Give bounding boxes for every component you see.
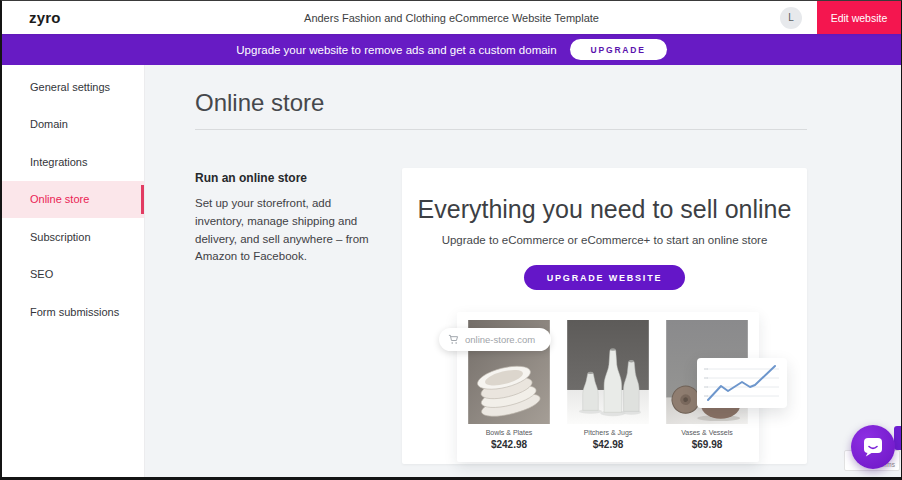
shopping-cart-icon (448, 334, 459, 345)
section-description: Set up your storefront, add inventory, m… (195, 195, 376, 266)
chat-button[interactable] (851, 425, 895, 469)
promo-subheading: Upgrade to eCommerce or eCommerce+ to st… (402, 234, 807, 246)
zyro-logo[interactable]: zyro (29, 9, 61, 26)
sales-chart-card (697, 358, 787, 408)
sidebar-item-label: Integrations (30, 156, 87, 168)
upgrade-promo-card: Everything you need to sell online Upgra… (402, 168, 807, 464)
pitchers-product-image (565, 320, 651, 424)
product-price: $242.98 (466, 439, 552, 450)
app-window: zyro Anders Fashion and Clothing eCommer… (0, 0, 902, 480)
section-intro: Run an online store Set up your storefro… (195, 168, 376, 464)
chat-bubble-icon (860, 434, 886, 460)
store-url-text: online-store.com (465, 334, 535, 345)
sidebar-item-label: Domain (30, 118, 68, 130)
sidebar-item-online-store[interactable]: Online store (2, 181, 144, 219)
title-divider (195, 129, 807, 130)
sidebar-item-label: Subscription (30, 231, 91, 243)
sidebar-item-domain[interactable]: Domain (2, 106, 144, 144)
sidebar-item-label: Online store (30, 193, 89, 205)
user-avatar[interactable]: L (780, 7, 802, 29)
store-url-pill: online-store.com (439, 328, 551, 351)
upgrade-banner: Upgrade your website to remove ads and g… (2, 34, 901, 65)
sidebar-item-integrations[interactable]: Integrations (2, 143, 144, 181)
top-bar-right: L Edit website (780, 1, 901, 34)
page-title: Online store (195, 89, 901, 117)
sparkline-chart (697, 358, 787, 408)
widget-side-tab[interactable] (894, 426, 901, 450)
product-price: $42.98 (565, 439, 651, 450)
product-price: $69.98 (664, 439, 750, 450)
product-name: Pitchers & Jugs (565, 429, 651, 436)
online-store-section: Run an online store Set up your storefro… (195, 168, 901, 464)
sidebar-item-general-settings[interactable]: General settings (2, 68, 144, 106)
sidebar-item-label: Form submissions (30, 306, 119, 318)
product-name: Vases & Vessels (664, 429, 750, 436)
promo-heading: Everything you need to sell online (402, 195, 807, 224)
upgrade-website-button[interactable]: UPGRADE WEBSITE (524, 265, 686, 290)
edit-website-button[interactable]: Edit website (817, 1, 901, 34)
settings-sidebar: General settings Domain Integrations Onl… (2, 65, 145, 477)
sidebar-item-form-submissions[interactable]: Form submissions (2, 293, 144, 331)
template-title: Anders Fashion and Clothing eCommerce We… (304, 12, 599, 24)
product-name: Bowls & Plates (466, 429, 552, 436)
main-content: Online store Run an online store Set up … (145, 65, 901, 477)
banner-text: Upgrade your website to remove ads and g… (236, 44, 556, 56)
banner-upgrade-button[interactable]: UPGRADE (570, 39, 667, 60)
product-tile-pitchers: Pitchers & Jugs $42.98 (565, 320, 651, 454)
body: General settings Domain Integrations Onl… (2, 65, 901, 477)
sidebar-item-seo[interactable]: SEO (2, 256, 144, 294)
sidebar-item-label: SEO (30, 268, 53, 280)
sidebar-item-label: General settings (30, 81, 110, 93)
top-bar: zyro Anders Fashion and Clothing eCommer… (2, 1, 901, 34)
section-title: Run an online store (195, 171, 376, 185)
sidebar-item-subscription[interactable]: Subscription (2, 218, 144, 256)
